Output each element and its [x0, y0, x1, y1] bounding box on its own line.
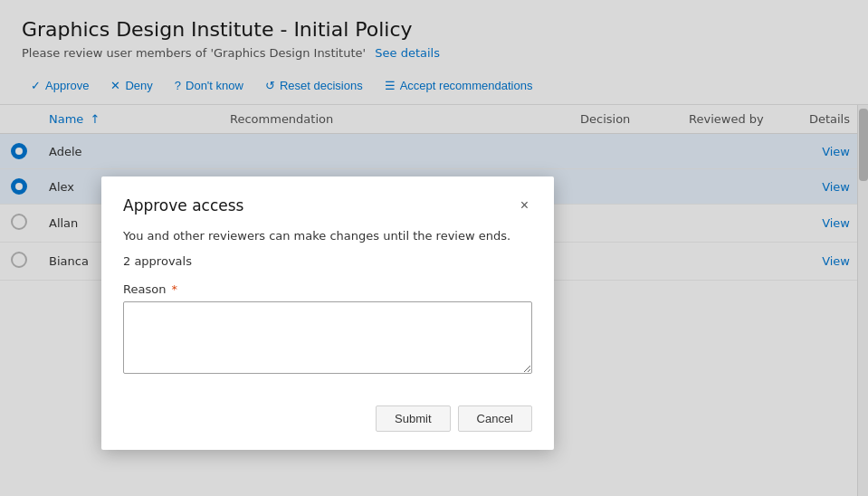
required-indicator: * [172, 282, 178, 296]
modal-title: Approve access [123, 196, 243, 215]
modal-close-button[interactable]: × [517, 195, 532, 216]
approve-access-modal: Approve access × You and other reviewers… [101, 176, 554, 450]
reason-label-text: Reason [123, 282, 166, 296]
reason-label-container: Reason * [123, 282, 532, 296]
modal-body: You and other reviewers can make changes… [101, 227, 554, 395]
modal-header: Approve access × [101, 176, 554, 227]
modal-description: You and other reviewers can make changes… [123, 227, 532, 245]
page-container: Graphics Design Institute - Initial Poli… [0, 0, 868, 496]
reason-textarea[interactable] [123, 301, 532, 374]
modal-overlay: Approve access × You and other reviewers… [0, 0, 868, 496]
approvals-count: 2 approvals [123, 254, 532, 268]
modal-footer: Submit Cancel [101, 395, 554, 450]
cancel-button[interactable]: Cancel [458, 405, 532, 432]
submit-button[interactable]: Submit [376, 405, 450, 432]
